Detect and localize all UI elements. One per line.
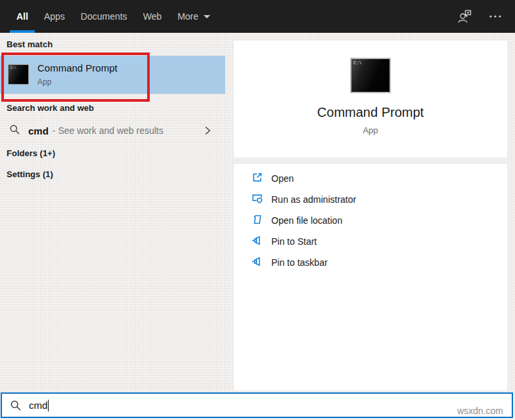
search-icon bbox=[9, 124, 20, 138]
best-match-result[interactable]: C:\ Command Prompt App bbox=[0, 56, 225, 94]
chevron-down-icon bbox=[204, 15, 210, 18]
more-options-icon[interactable] bbox=[489, 14, 502, 18]
tab-more[interactable]: More bbox=[169, 0, 218, 33]
preview-panel-header: C:\ Command Prompt App bbox=[234, 41, 507, 158]
search-filter-bar: All Apps Documents Web More bbox=[0, 0, 515, 33]
tab-apps[interactable]: Apps bbox=[36, 0, 73, 33]
tab-web[interactable]: Web bbox=[135, 0, 170, 33]
action-pin-to-taskbar[interactable]: Pin to taskbar bbox=[234, 252, 507, 273]
action-run-as-administrator[interactable]: Run as administrator bbox=[234, 189, 507, 210]
search-icon bbox=[10, 400, 22, 411]
best-match-subtitle: App bbox=[37, 77, 51, 87]
action-open-file-location[interactable]: Open file location bbox=[234, 210, 507, 231]
file-location-icon bbox=[252, 214, 263, 228]
tab-documents[interactable]: Documents bbox=[73, 0, 135, 33]
action-open[interactable]: Open bbox=[234, 168, 507, 189]
preview-app-type: App bbox=[363, 125, 378, 135]
admin-shield-icon bbox=[252, 193, 263, 207]
command-prompt-icon: C:\ bbox=[8, 64, 29, 85]
topbar-actions bbox=[457, 9, 502, 25]
suggestion-hint: - See work and web results bbox=[53, 125, 164, 136]
text-caret bbox=[48, 400, 49, 411]
user-feedback-icon[interactable] bbox=[457, 9, 473, 25]
search-input[interactable]: cmd wsxdn.com bbox=[1, 392, 513, 418]
best-match-title: Command Prompt bbox=[37, 62, 118, 74]
web-search-suggestion[interactable]: cmd - See work and web results bbox=[0, 119, 225, 142]
folders-group-header: Folders (1+) bbox=[7, 148, 55, 158]
pin-icon bbox=[252, 235, 263, 249]
search-work-web-header: Search work and web bbox=[7, 103, 94, 113]
best-match-header: Best match bbox=[7, 39, 53, 49]
filter-tabs: All Apps Documents Web More bbox=[9, 0, 218, 33]
settings-group-header: Settings (1) bbox=[7, 169, 53, 179]
chevron-right-icon bbox=[204, 125, 212, 136]
command-prompt-icon: C:\ bbox=[350, 58, 391, 93]
open-icon bbox=[252, 172, 263, 186]
preview-panel-actions: Open Run as administrator Open file loca… bbox=[234, 164, 507, 390]
search-results-area: Best match C:\ Command Prompt App Search… bbox=[0, 33, 515, 392]
suggestion-query: cmd bbox=[28, 125, 49, 136]
action-pin-to-start[interactable]: Pin to Start bbox=[234, 231, 507, 252]
tab-all[interactable]: All bbox=[9, 0, 36, 33]
watermark-text: wsxdn.com bbox=[457, 406, 503, 416]
preview-app-title: Command Prompt bbox=[317, 105, 424, 120]
pin-icon bbox=[252, 256, 263, 270]
search-input-value: cmd bbox=[29, 400, 47, 411]
